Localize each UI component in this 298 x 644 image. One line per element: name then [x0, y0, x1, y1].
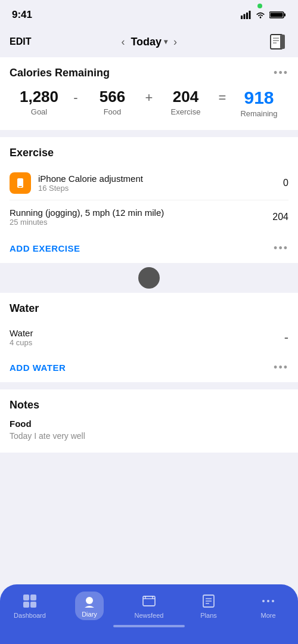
svg-point-4 — [260, 17, 262, 18]
nav-item-diary[interactable]: Diary — [60, 592, 119, 620]
calories-menu-dots[interactable]: ••• — [274, 67, 288, 79]
remaining-item: 918 Remaining — [229, 88, 288, 118]
nav-bar: EDIT ‹ Today ▾ › — [0, 26, 298, 57]
battery-icon — [269, 11, 286, 19]
goal-label: Goal — [31, 107, 47, 116]
today-label[interactable]: Today ▾ — [131, 36, 167, 48]
prev-day-button[interactable]: ‹ — [121, 36, 125, 48]
signal-icon — [241, 11, 252, 19]
svg-point-20 — [86, 597, 93, 604]
add-exercise-row: ADD EXERCISE ••• — [10, 234, 288, 263]
iphone-exercise-sub: 16 Steps — [38, 184, 143, 193]
goal-item: 1,280 Goal — [10, 88, 69, 116]
green-dot — [257, 4, 262, 8]
notes-section-title: Notes — [10, 399, 288, 411]
nav-item-plans[interactable]: Plans — [179, 593, 238, 619]
next-day-button[interactable]: › — [173, 36, 177, 48]
water-sub: 4 cups — [10, 338, 33, 347]
svg-rect-6 — [284, 14, 286, 17]
diary-label: Diary — [82, 611, 97, 618]
running-exercise-item[interactable]: Running (jogging), 5 mph (12 min mile) 2… — [10, 200, 288, 234]
add-water-row: ADD WATER ••• — [10, 353, 288, 382]
diary-icon[interactable] — [267, 31, 288, 52]
diary-nav-icon — [81, 594, 98, 611]
svg-rect-17 — [30, 595, 36, 600]
svg-rect-0 — [241, 16, 243, 19]
plans-label: Plans — [200, 612, 217, 619]
dashboard-icon — [21, 593, 38, 609]
nav-item-newsfeed[interactable]: Newsfeed — [119, 593, 179, 619]
svg-point-26 — [262, 600, 265, 602]
newsfeed-icon — [141, 593, 157, 609]
svg-rect-1 — [244, 14, 246, 20]
notes-food-title: Food — [10, 419, 288, 429]
svg-point-15 — [20, 187, 21, 188]
notes-section: Notes Food Today I ate very well — [0, 389, 298, 453]
iphone-exercise-name: iPhone Calorie adjustment — [38, 174, 143, 184]
exercise-section-title: Exercise — [10, 147, 288, 159]
exercise-cal-value: 204 — [173, 88, 198, 106]
water-section: Water Water 4 cups - ADD WATER ••• — [0, 293, 298, 382]
remaining-value: 918 — [244, 88, 274, 108]
running-name: Running (jogging), 5 mph (12 min mile) — [10, 208, 164, 218]
exercise-section: Exercise iPhone Calorie adjustment 16 St… — [0, 137, 298, 263]
svg-rect-7 — [271, 13, 283, 17]
exercise-menu-dots[interactable]: ••• — [274, 242, 288, 255]
iphone-exercise-cal: 0 — [283, 178, 288, 188]
section-divider-1 — [0, 130, 298, 137]
food-value: 566 — [100, 88, 125, 106]
plans-icon — [200, 593, 217, 609]
equals-operator: = — [215, 88, 229, 106]
edit-button[interactable]: EDIT — [10, 36, 31, 47]
svg-rect-9 — [280, 35, 285, 49]
more-label: More — [260, 612, 275, 619]
bottom-nav: Dashboard Diary — [0, 584, 298, 644]
svg-rect-18 — [23, 602, 29, 608]
minus-operator: - — [69, 88, 83, 106]
water-section-title: Water — [10, 302, 288, 315]
remaining-label: Remaining — [240, 109, 277, 118]
water-item[interactable]: Water 4 cups - — [10, 322, 288, 353]
notes-food-text: Today I ate very well — [10, 431, 288, 441]
water-minus-button[interactable]: - — [284, 330, 288, 345]
calories-title: Calories Remaining — [10, 67, 110, 79]
status-time: 9:41 — [12, 9, 32, 21]
nav-item-dashboard[interactable]: Dashboard — [0, 593, 60, 619]
dashboard-label: Dashboard — [14, 612, 46, 619]
status-icons — [241, 11, 286, 19]
food-label: Food — [104, 107, 122, 116]
running-sub: 25 minutes — [10, 218, 164, 227]
nav-item-more[interactable]: More — [238, 593, 298, 619]
add-water-button[interactable]: ADD WATER — [10, 363, 66, 373]
svg-point-27 — [267, 600, 269, 602]
exercise-cal-label: Exercise — [171, 107, 201, 116]
calories-section: Calories Remaining ••• 1,280 Goal - 566 … — [0, 57, 298, 130]
phone-icon-box — [10, 172, 31, 194]
svg-rect-2 — [246, 13, 248, 19]
food-item: 566 Food — [83, 88, 142, 116]
phone-icon — [14, 177, 26, 189]
home-indicator — [113, 625, 185, 627]
iphone-exercise-item[interactable]: iPhone Calorie adjustment 16 Steps 0 — [10, 166, 288, 200]
add-exercise-button[interactable]: ADD EXERCISE — [10, 243, 80, 253]
scroll-indicator-dot — [138, 267, 160, 289]
svg-rect-21 — [143, 596, 155, 606]
svg-rect-16 — [23, 595, 29, 600]
date-nav: ‹ Today ▾ › — [121, 36, 177, 48]
svg-rect-3 — [249, 11, 251, 19]
wifi-icon — [255, 11, 266, 19]
water-menu-dots[interactable]: ••• — [274, 361, 288, 374]
calories-row: 1,280 Goal - 566 Food + 204 Exercise = 9… — [10, 88, 288, 118]
water-name: Water — [10, 328, 33, 338]
date-dropdown-icon: ▾ — [164, 38, 167, 46]
svg-rect-19 — [30, 602, 36, 608]
more-icon — [260, 593, 277, 609]
running-cal: 204 — [272, 212, 288, 222]
svg-point-28 — [272, 600, 274, 602]
section-divider-2 — [0, 382, 298, 389]
goal-value: 1,280 — [20, 88, 58, 106]
exercise-calories-item: 204 Exercise — [156, 88, 215, 116]
bottom-nav-items: Dashboard Diary — [0, 592, 298, 620]
status-bar: 9:41 — [0, 0, 298, 26]
newsfeed-label: Newsfeed — [135, 612, 164, 619]
